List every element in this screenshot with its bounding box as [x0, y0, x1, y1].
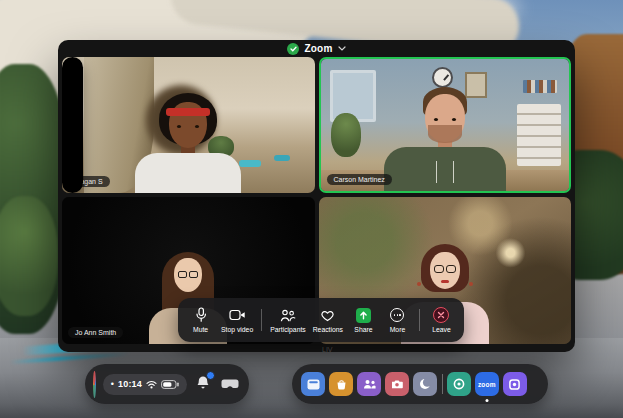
- shelf-binders: [523, 80, 557, 93]
- quick-settings-pill[interactable]: • 10:14: [103, 374, 187, 395]
- zoom-meeting-window: Zoom: [58, 40, 575, 352]
- participant-name-tag: Jo Ann Smith: [68, 327, 123, 338]
- avatar-earring: [469, 282, 473, 286]
- headset-icon: [221, 379, 239, 389]
- drawer-unit: [517, 104, 561, 166]
- people-icon: [280, 307, 296, 323]
- chevron-down-icon: [338, 46, 346, 51]
- reactions-button[interactable]: Reactions: [310, 307, 346, 333]
- running-app-indicator: [485, 399, 488, 402]
- avatar-headband: [166, 108, 210, 116]
- app-title: Zoom: [304, 43, 332, 54]
- toolbar-divider: [261, 309, 262, 331]
- background-plants: [0, 196, 58, 316]
- video-tile-carson-martinez[interactable]: Carson Martinez: [319, 57, 572, 193]
- clock-time: 10:14: [118, 379, 142, 389]
- x-circle-icon: [433, 307, 449, 323]
- teal-seat: [274, 155, 290, 161]
- vr-home-environment: Zoom: [0, 0, 623, 418]
- capture-watermark: LIV: [322, 346, 333, 353]
- crescent-icon: [419, 378, 431, 390]
- profile-avatar[interactable]: [93, 371, 96, 398]
- video-camera-icon: [229, 307, 246, 323]
- meeting-toolbar: Mute Stop video Participants Reactions: [178, 298, 464, 342]
- avatar-face: [174, 258, 202, 292]
- participant-name-tag: Carson Martinez: [327, 174, 392, 185]
- app-store[interactable]: [329, 372, 353, 396]
- microphone-icon: [194, 307, 208, 323]
- window-title-bar[interactable]: Zoom: [58, 40, 575, 57]
- ellipsis-circle-icon: [390, 308, 404, 322]
- shield-check-icon: [287, 43, 299, 55]
- avatar-earring: [417, 282, 421, 286]
- window-frame: [330, 70, 376, 122]
- hoodie-drawstrings: [436, 161, 454, 183]
- arrow-up-square-icon: [356, 308, 371, 323]
- wifi-icon: [146, 380, 157, 389]
- notifications-button[interactable]: [194, 373, 212, 395]
- avatar-face: [430, 252, 460, 289]
- participants-button[interactable]: Participants: [267, 307, 309, 333]
- people-icon: [363, 379, 376, 389]
- battery-icon: [161, 380, 179, 389]
- pillarbox-bar: [62, 57, 83, 193]
- rounded-square-icon: [509, 379, 520, 390]
- avatar-face: [425, 94, 465, 142]
- avatar-glasses: [434, 265, 456, 273]
- leave-button[interactable]: Leave: [425, 307, 458, 333]
- app-library-button[interactable]: [531, 380, 539, 388]
- heart-icon: [320, 307, 335, 323]
- app-zoom[interactable]: zoom: [475, 372, 499, 396]
- avatar-shirt: [135, 153, 241, 193]
- taskbar-app-dock: zoom: [292, 364, 548, 404]
- taskbar-status-cluster: • 10:14: [85, 364, 249, 404]
- headset-settings-button[interactable]: [219, 375, 241, 394]
- more-button[interactable]: More: [381, 307, 414, 333]
- app-horizon[interactable]: [447, 372, 471, 396]
- status-dot: •: [111, 380, 114, 389]
- app-media[interactable]: [413, 372, 437, 396]
- share-button[interactable]: Share: [347, 307, 380, 333]
- mute-button[interactable]: Mute: [184, 307, 217, 333]
- notification-badge: [206, 371, 215, 380]
- ring-dot-icon: [453, 378, 465, 390]
- toolbar-divider: [419, 309, 420, 331]
- avatar-glasses: [176, 271, 200, 279]
- wall-clock: [432, 67, 453, 88]
- plant: [331, 113, 361, 157]
- avatar-carson: [375, 87, 515, 191]
- app-worlds[interactable]: [503, 372, 527, 396]
- avatar-beard: [428, 125, 462, 143]
- app-browser[interactable]: [301, 372, 325, 396]
- dock-divider: [442, 374, 443, 394]
- avatar-gagan: [123, 93, 253, 193]
- stop-video-button[interactable]: Stop video: [218, 307, 256, 333]
- app-camera[interactable]: [385, 372, 409, 396]
- store-bag-icon: [336, 379, 347, 390]
- app-people[interactable]: [357, 372, 381, 396]
- camera-icon: [391, 379, 403, 389]
- video-tile-gagan-s[interactable]: Gagan S: [62, 57, 315, 193]
- browser-icon: [307, 379, 320, 390]
